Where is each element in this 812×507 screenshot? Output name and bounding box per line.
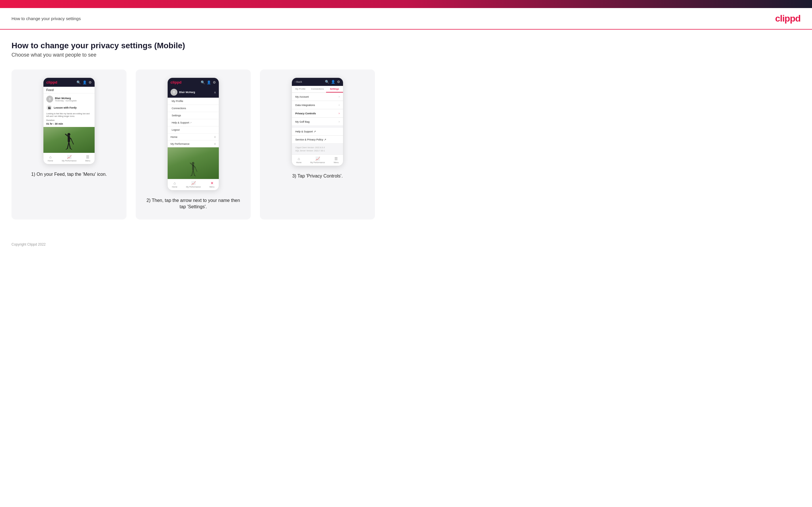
step2-phone-nav: clippd 🔍 👤 ⚙ (168, 78, 219, 87)
step2-performance-section[interactable]: My Performance ∨ (168, 140, 219, 147)
performance-icon-3: 📈 (315, 157, 320, 161)
performance-label-3: My Performance (310, 161, 325, 163)
step1-user-name: Blair McHarg (55, 97, 77, 100)
header-title: How to change your privacy settings (11, 16, 81, 21)
home-label-3: Home (296, 161, 302, 163)
menu-icon: ☰ (86, 155, 90, 159)
search-icon: 🔍 (77, 80, 81, 84)
step1-user-info: Blair McHarg Yesterday · Sunningdale (55, 97, 77, 102)
back-button[interactable]: ‹ Back (295, 80, 302, 83)
step1-duration-label: Duration (43, 119, 95, 122)
step3-version-info: Clippd Client Version: 2022.8.3-3 SQL Se… (292, 144, 343, 155)
step-3-phone: ‹ Back 🔍 👤 ⚙ My Profile Connections Sett… (292, 77, 343, 166)
my-golf-bag-chevron-icon: › (339, 120, 340, 123)
tab-my-profile[interactable]: My Profile (292, 86, 309, 93)
tab-settings[interactable]: Settings (326, 86, 343, 93)
svg-point-9 (192, 162, 194, 165)
step-2-phone: clippd 🔍 👤 ⚙ B Blair McHarg (167, 77, 219, 190)
step3-nav-icons: 🔍 👤 ⚙ (325, 80, 340, 84)
menu-label-3: Menu (334, 161, 339, 163)
step-2-card: clippd 🔍 👤 ⚙ B Blair McHarg (136, 69, 251, 219)
settings-item-privacy-controls[interactable]: Privacy Controls › (292, 109, 343, 117)
step2-performance-label: My Performance (170, 143, 190, 145)
svg-line-13 (195, 167, 197, 171)
step1-nav-menu[interactable]: ☰ Menu (85, 155, 90, 162)
clippd-logo: clippd (775, 13, 801, 24)
person-icon: 👤 (83, 80, 87, 84)
data-integrations-label: Data Integrations (295, 104, 315, 107)
step1-bottom-nav: ⌂ Home 📈 My Performance ☰ Menu (43, 153, 95, 164)
footer: Copyright Clippd 2022 (0, 237, 812, 252)
step3-nav-home: ⌂ Home (296, 157, 302, 163)
step2-settings[interactable]: Settings (168, 112, 219, 119)
step1-feed-text: Looking to feel like my hands are exitin… (43, 112, 95, 119)
tab-connections[interactable]: Connections (309, 86, 326, 93)
lesson-icon: 🎬 (46, 105, 52, 111)
help-support-label: Help & Support ↗ (295, 130, 316, 133)
settings-item-help-support[interactable]: Help & Support ↗ (292, 128, 343, 135)
header: How to change your privacy settings clip… (0, 8, 812, 30)
svg-line-8 (70, 149, 72, 149)
step1-nav-home: ⌂ Home (48, 155, 53, 162)
step1-lesson-title: Lesson with Fordy (54, 106, 77, 109)
step-3-label: 3) Tap 'Privacy Controls'. (292, 173, 343, 179)
my-account-label: My Account (295, 95, 309, 98)
step1-duration-val: 01 hr : 30 min (43, 122, 95, 127)
step2-logout[interactable]: Logout (168, 126, 219, 133)
step2-overlay-bg (168, 147, 219, 179)
step-1-label: 1) On your Feed, tap the 'Menu' icon. (31, 171, 107, 177)
search-icon-3: 🔍 (325, 80, 329, 84)
step-3-card: ‹ Back 🔍 👤 ⚙ My Profile Connections Sett… (260, 69, 375, 219)
svg-line-17 (194, 175, 196, 176)
service-privacy-label: Service & Privacy Policy ↗ (295, 138, 326, 141)
feed-label: Feed (43, 87, 95, 93)
performance-label: My Performance (62, 160, 77, 162)
svg-line-16 (191, 175, 192, 176)
step2-nav-performance: 📈 My Performance (186, 181, 201, 188)
home-icon-2: ⌂ (173, 181, 176, 185)
step1-feed-image (43, 127, 95, 153)
top-bar (0, 0, 812, 8)
step3-tabs: My Profile Connections Settings (292, 86, 343, 93)
step2-menu-user-header: B Blair McHarg ∧ (168, 87, 219, 98)
person-icon-2: 👤 (207, 80, 211, 84)
step1-lesson-row: 🎬 Lesson with Fordy (43, 104, 95, 112)
home-label: Home (48, 160, 53, 162)
person-icon-3: 👤 (331, 80, 335, 84)
settings-item-service-privacy[interactable]: Service & Privacy Policy ↗ (292, 136, 343, 144)
step2-home-section[interactable]: Home ∨ (168, 133, 219, 140)
step1-logo: clippd (46, 80, 57, 84)
step2-my-profile[interactable]: My Profile (168, 98, 219, 105)
settings-item-my-golf-bag[interactable]: My Golf Bag › (292, 118, 343, 126)
step2-connections[interactable]: Connections (168, 105, 219, 112)
search-icon-2: 🔍 (201, 80, 205, 84)
settings-icon: ⚙ (89, 80, 92, 84)
step2-nav-close[interactable]: ✕ Menu (209, 181, 214, 188)
copyright-text: Copyright Clippd 2022 (11, 242, 46, 246)
step2-nav-icons: 🔍 👤 ⚙ (201, 80, 216, 84)
golfer-silhouette-icon (63, 133, 75, 153)
step2-chevron-up-icon: ∧ (214, 91, 216, 94)
step2-help-support[interactable]: Help & Support (168, 119, 219, 126)
step1-user-sub: Yesterday · Sunningdale (55, 100, 77, 102)
step1-user-row: B Blair McHarg Yesterday · Sunningdale (43, 93, 95, 104)
home-icon: ⌂ (49, 155, 51, 159)
step1-nav-icons: 🔍 👤 ⚙ (77, 80, 92, 84)
step3-nav-menu[interactable]: ☰ Menu (334, 157, 339, 163)
step1-phone-nav: clippd 🔍 👤 ⚙ (43, 78, 95, 87)
step2-bottom-nav: ⌂ Home 📈 My Performance ✕ Menu (168, 179, 219, 190)
settings-item-my-account[interactable]: My Account › (292, 93, 343, 101)
home-icon-3: ⌂ (298, 157, 300, 161)
step2-logo: clippd (170, 80, 182, 84)
settings-icon-3: ⚙ (337, 80, 340, 84)
step1-avatar: B (46, 96, 53, 103)
step2-home-label: Home (170, 135, 177, 138)
step2-menu-dropdown: B Blair McHarg ∧ My Profile Connections … (168, 87, 219, 147)
step-1-card: clippd 🔍 👤 ⚙ Feed B Blair McHarg Yesterd… (11, 69, 126, 219)
menu-label: Menu (85, 160, 90, 162)
settings-item-data-integrations[interactable]: Data Integrations › (292, 101, 343, 109)
step2-avatar: B (170, 89, 177, 96)
my-golf-bag-label: My Golf Bag (295, 120, 310, 123)
performance-icon-2: 📈 (191, 181, 196, 185)
privacy-controls-label: Privacy Controls (295, 112, 316, 115)
